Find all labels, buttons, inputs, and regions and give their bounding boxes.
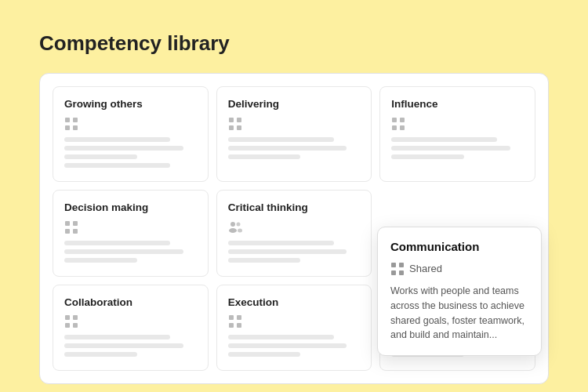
page-title: Competency library bbox=[39, 31, 230, 56]
tooltip-badge-label: Shared bbox=[409, 263, 442, 274]
line bbox=[64, 163, 170, 168]
svg-rect-1 bbox=[73, 118, 78, 122]
svg-point-19 bbox=[238, 228, 242, 232]
svg-rect-9 bbox=[400, 118, 405, 122]
svg-rect-32 bbox=[391, 263, 396, 267]
grid-icon bbox=[391, 116, 405, 131]
svg-rect-12 bbox=[65, 221, 70, 226]
tooltip-body: Works with people and teams across the b… bbox=[390, 284, 528, 343]
line bbox=[64, 249, 183, 254]
svg-rect-6 bbox=[229, 125, 234, 130]
card-title: Collaboration bbox=[64, 296, 197, 308]
svg-rect-10 bbox=[392, 125, 397, 130]
grid-icon bbox=[64, 314, 78, 329]
line bbox=[391, 146, 510, 151]
tooltip-badge: Shared bbox=[390, 261, 528, 276]
line bbox=[228, 154, 301, 159]
grid-icon bbox=[228, 116, 242, 131]
card-title: Growing others bbox=[64, 98, 197, 110]
svg-rect-14 bbox=[65, 229, 70, 234]
svg-rect-21 bbox=[73, 315, 78, 320]
line bbox=[228, 258, 301, 263]
tooltip-card: Communication Shared Works with people a… bbox=[377, 227, 542, 356]
line bbox=[64, 352, 137, 357]
line bbox=[64, 258, 137, 263]
svg-point-18 bbox=[236, 222, 240, 226]
card-collaboration[interactable]: Collaboration bbox=[53, 285, 209, 372]
svg-rect-3 bbox=[73, 125, 78, 130]
grid-icon bbox=[64, 220, 78, 234]
line bbox=[64, 137, 170, 142]
line bbox=[391, 137, 497, 142]
svg-rect-0 bbox=[65, 118, 70, 122]
svg-rect-33 bbox=[399, 263, 404, 267]
svg-rect-22 bbox=[65, 323, 70, 328]
svg-rect-20 bbox=[65, 315, 70, 320]
svg-rect-2 bbox=[65, 125, 70, 130]
card-title: Execution bbox=[228, 296, 361, 308]
svg-rect-7 bbox=[237, 125, 241, 130]
svg-rect-4 bbox=[229, 118, 234, 122]
svg-rect-26 bbox=[229, 323, 234, 328]
line bbox=[228, 343, 347, 348]
grid-icon bbox=[64, 116, 78, 131]
library-container: Growing others Delivering bbox=[39, 73, 549, 384]
line bbox=[228, 146, 347, 151]
line bbox=[228, 352, 301, 357]
card-title: Delivering bbox=[228, 98, 361, 110]
line bbox=[64, 146, 183, 151]
people-icon bbox=[228, 220, 242, 234]
line bbox=[391, 154, 464, 159]
card-growing-others[interactable]: Growing others bbox=[53, 86, 209, 182]
card-decision-making[interactable]: Decision making bbox=[53, 190, 209, 277]
svg-rect-25 bbox=[237, 315, 241, 320]
svg-rect-13 bbox=[73, 221, 78, 226]
card-execution[interactable]: Execution bbox=[216, 285, 372, 372]
svg-rect-27 bbox=[237, 323, 241, 328]
svg-rect-24 bbox=[229, 315, 234, 320]
line bbox=[228, 335, 334, 339]
svg-rect-15 bbox=[73, 229, 78, 234]
tooltip-title: Communication bbox=[390, 240, 528, 253]
svg-rect-11 bbox=[400, 125, 405, 130]
card-title: Decision making bbox=[64, 201, 197, 213]
svg-rect-23 bbox=[73, 323, 78, 328]
svg-rect-8 bbox=[392, 118, 397, 122]
svg-rect-35 bbox=[399, 270, 404, 275]
line bbox=[64, 241, 170, 245]
line bbox=[64, 154, 137, 159]
card-title: Critical thinking bbox=[228, 201, 361, 213]
svg-point-17 bbox=[229, 228, 237, 233]
svg-rect-34 bbox=[391, 270, 396, 275]
card-delivering[interactable]: Delivering bbox=[216, 86, 372, 182]
line bbox=[228, 137, 334, 142]
line bbox=[64, 335, 170, 339]
card-title: Influence bbox=[391, 98, 524, 110]
card-critical-thinking[interactable]: Critical thinking bbox=[216, 190, 372, 277]
card-influence[interactable]: Influence bbox=[379, 86, 535, 182]
svg-rect-5 bbox=[237, 118, 241, 122]
grid-icon bbox=[228, 314, 242, 329]
line bbox=[64, 343, 183, 348]
line bbox=[228, 241, 334, 245]
svg-point-16 bbox=[230, 222, 235, 227]
tooltip-badge-icon bbox=[390, 261, 405, 276]
line bbox=[228, 249, 347, 254]
